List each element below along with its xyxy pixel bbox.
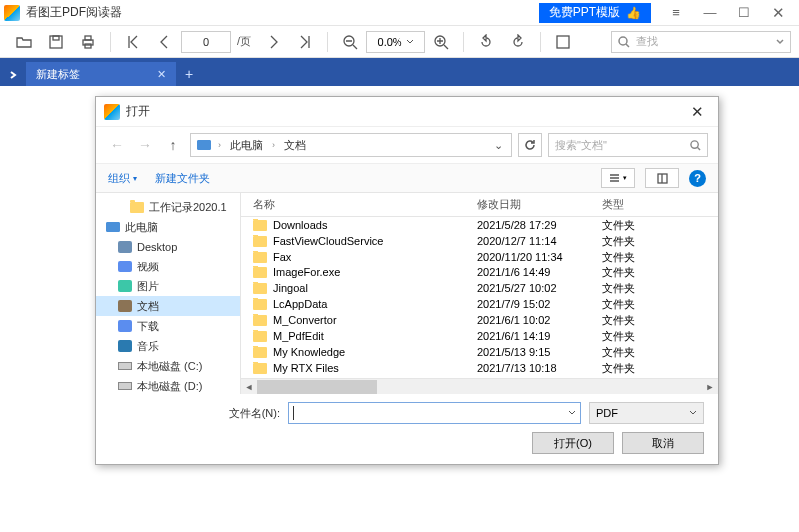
file-row[interactable]: My RTX Files2021/7/13 10:18文件夹: [241, 360, 718, 376]
zoom-in-button[interactable]: [425, 28, 457, 56]
rotate-right-button[interactable]: [502, 28, 534, 56]
file-row[interactable]: My Knowledge2021/5/13 9:15文件夹: [241, 344, 718, 360]
preview-pane-button[interactable]: [645, 168, 679, 188]
chevron-down-icon[interactable]: ⌄: [490, 139, 507, 152]
zoom-out-button[interactable]: [334, 28, 366, 56]
dialog-title: 打开: [126, 103, 150, 120]
folder-icon: [253, 331, 267, 342]
tree-node[interactable]: 下载: [96, 316, 240, 336]
close-window-button[interactable]: ✕: [761, 1, 795, 25]
new-folder-button[interactable]: 新建文件夹: [155, 171, 210, 186]
tree-node[interactable]: 视频: [96, 257, 240, 276]
svg-rect-1: [53, 36, 59, 40]
first-page-button[interactable]: [117, 28, 149, 56]
tree-node[interactable]: Desktop: [96, 237, 240, 257]
folder-icon: [253, 347, 267, 358]
app-titlebar: 看图王PDF阅读器 免费PPT模版👍 ≡ — ☐ ✕: [0, 0, 799, 26]
dialog-search-input[interactable]: 搜索"文档": [548, 133, 708, 157]
svg-point-9: [691, 140, 698, 147]
tab-close-icon[interactable]: ✕: [157, 68, 166, 81]
tree-node[interactable]: 本地磁盘 (D:): [96, 376, 240, 394]
tab-list-icon[interactable]: [4, 64, 26, 86]
tab-bar: 新建标签 ✕ +: [0, 58, 799, 86]
save-button[interactable]: [40, 28, 72, 56]
folder-icon: [253, 299, 267, 310]
open-file-dialog: 打开 ✕ ← → ↑ › 此电脑 › 文档 ⌄ 搜索"文档" 组织 ▾ 新建文件…: [95, 96, 719, 465]
folder-icon: [253, 236, 267, 247]
open-file-button[interactable]: [8, 28, 40, 56]
svg-rect-0: [50, 36, 62, 48]
folder-icon: [253, 363, 267, 374]
prev-page-button[interactable]: [149, 28, 181, 56]
new-tab-button[interactable]: +: [178, 62, 200, 86]
tree-node[interactable]: 此电脑: [96, 217, 240, 237]
menu-icon[interactable]: ≡: [659, 1, 693, 25]
pc-icon: [197, 140, 211, 150]
generic-icon: [118, 280, 132, 292]
tab-active[interactable]: 新建标签 ✕: [26, 62, 176, 86]
col-name-header[interactable]: 名称: [245, 197, 469, 212]
file-row[interactable]: FastViewCloudService2020/12/7 11:14文件夹: [241, 233, 718, 249]
breadcrumb[interactable]: › 此电脑 › 文档 ⌄: [190, 133, 512, 157]
open-button[interactable]: 打开(O): [532, 432, 614, 454]
help-button[interactable]: ?: [689, 170, 706, 187]
drive-icon: [118, 362, 132, 370]
dialog-close-button[interactable]: ✕: [685, 101, 710, 123]
last-page-button[interactable]: [289, 28, 321, 56]
folder-tree: 工作记录2020.1此电脑Desktop视频图片文档下载音乐本地磁盘 (C:)本…: [96, 193, 241, 394]
page-total-label: /页: [237, 34, 251, 49]
next-page-button[interactable]: [257, 28, 289, 56]
file-row[interactable]: LcAppData2021/7/9 15:02文件夹: [241, 296, 718, 312]
tree-node[interactable]: 工作记录2020.1: [96, 197, 240, 217]
tree-node[interactable]: 图片: [96, 276, 240, 296]
file-row[interactable]: Jingoal2021/5/27 10:02文件夹: [241, 280, 718, 296]
tree-node[interactable]: 文档: [96, 296, 240, 316]
search-icon: [618, 36, 630, 48]
file-row[interactable]: Downloads2021/5/28 17:29文件夹: [241, 217, 718, 233]
page-number-input[interactable]: 0: [181, 31, 231, 53]
refresh-button[interactable]: [518, 133, 542, 157]
app-logo-icon: [4, 5, 20, 21]
dialog-footer: 文件名(N): PDF 打开(O) 取消: [96, 394, 718, 464]
file-row[interactable]: M_PdfEdit2021/6/1 14:19文件夹: [241, 328, 718, 344]
svg-rect-7: [557, 36, 569, 48]
file-type-select[interactable]: PDF: [589, 402, 704, 424]
ppt-banner[interactable]: 免费PPT模版👍: [539, 3, 651, 23]
view-mode-button[interactable]: [547, 28, 579, 56]
horizontal-scrollbar[interactable]: ◄►: [241, 378, 718, 394]
dialog-toolbar: 组织 ▾ 新建文件夹 ▾ ?: [96, 163, 718, 193]
print-button[interactable]: [72, 28, 104, 56]
file-list-header: 名称 修改日期 类型: [241, 193, 718, 217]
nav-back-button[interactable]: ←: [106, 134, 128, 156]
zoom-select[interactable]: 0.0%: [366, 31, 425, 53]
nav-forward-button[interactable]: →: [134, 134, 156, 156]
col-type-header[interactable]: 类型: [594, 197, 674, 212]
maximize-button[interactable]: ☐: [727, 1, 761, 25]
minimize-button[interactable]: —: [693, 1, 727, 25]
file-row[interactable]: ImageFor.exe2021/1/6 14:49文件夹: [241, 265, 718, 280]
generic-icon: [118, 241, 132, 253]
folder-icon: [253, 315, 267, 326]
tree-node[interactable]: 本地磁盘 (C:): [96, 356, 240, 376]
file-row[interactable]: M_Convertor2021/6/1 10:02文件夹: [241, 312, 718, 328]
cancel-button[interactable]: 取消: [622, 432, 704, 454]
file-row[interactable]: Fax2020/11/20 11:34文件夹: [241, 249, 718, 265]
generic-icon: [118, 261, 132, 272]
search-icon: [690, 140, 701, 151]
main-toolbar: 0 /页 0.0% 查找: [0, 26, 799, 58]
rotate-left-button[interactable]: [470, 28, 502, 56]
view-mode-button[interactable]: ▾: [601, 168, 635, 188]
filename-input[interactable]: [288, 402, 581, 424]
svg-rect-4: [85, 44, 91, 48]
search-input[interactable]: 查找: [611, 31, 791, 53]
pc-icon: [106, 222, 120, 232]
organize-menu[interactable]: 组织 ▾: [108, 171, 137, 186]
chevron-down-icon: [776, 38, 784, 46]
drive-icon: [118, 382, 132, 390]
col-date-header[interactable]: 修改日期: [469, 197, 594, 212]
generic-icon: [118, 320, 132, 332]
tree-node[interactable]: 音乐: [96, 336, 240, 356]
file-list: 名称 修改日期 类型 Downloads2021/5/28 17:29文件夹Fa…: [241, 193, 718, 394]
nav-up-button[interactable]: ↑: [162, 134, 184, 156]
generic-icon: [118, 300, 132, 312]
